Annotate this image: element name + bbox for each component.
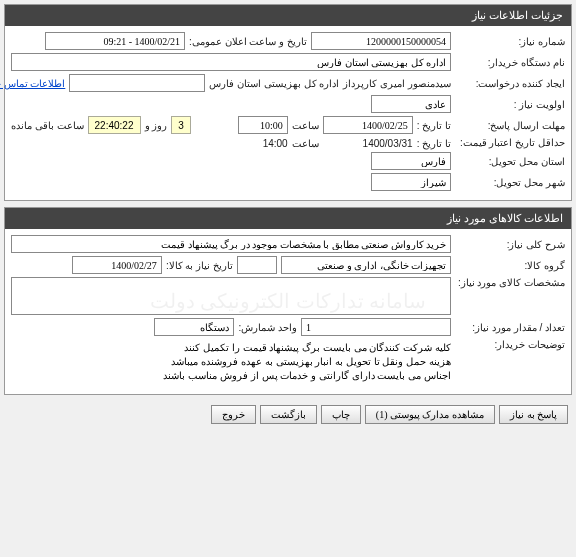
buyer-notes-line3: اجناس می بایست دارای گارانتی و خدمات پس …	[163, 369, 451, 383]
time-label-1: ساعت	[292, 120, 319, 131]
creator-label: ایجاد کننده درخواست:	[455, 78, 565, 89]
need-date-input[interactable]	[72, 256, 162, 274]
province-label: استان محل تحویل:	[455, 156, 565, 167]
public-time-input[interactable]	[45, 32, 185, 50]
qty-input[interactable]	[301, 318, 451, 336]
need-info-section: جزئیات اطلاعات نیاز شماره نیاز: تاریخ و …	[4, 4, 572, 201]
to-date-label: تا تاریخ :	[417, 120, 451, 131]
spec-textarea[interactable]	[11, 277, 451, 315]
min-valid-label: حداقل تاریخ اعتبار قیمت:	[455, 137, 565, 149]
qty-label: تعداد / مقدار مورد نیاز:	[455, 322, 565, 333]
creator-name: سیدمنصور امیری کارپرداز	[343, 78, 451, 89]
unit-input[interactable]	[154, 318, 234, 336]
buyer-notes-label: توضیحات خریدار:	[455, 339, 565, 350]
buyer-notes-line2: هزینه حمل ونقل تا تحویل به انبار بهزیستی…	[163, 355, 451, 369]
remain-label: ساعت باقی مانده	[11, 120, 84, 131]
min-valid-to-label: تا تاریخ :	[417, 138, 451, 149]
buyer-label: نام دستگاه خریدار:	[455, 57, 565, 68]
group-code-input[interactable]	[237, 256, 277, 274]
buyer-notes-line1: کلیه شرکت کنندگان می بایست برگ پیشنهاد ق…	[163, 341, 451, 355]
deadline-label: مهلت ارسال پاسخ:	[455, 120, 565, 131]
group-label: گروه کالا:	[455, 260, 565, 271]
respond-button[interactable]: پاسخ به نیاز	[499, 405, 568, 424]
unit-label: واحد شمارش:	[238, 322, 297, 333]
time-label-2: ساعت	[292, 138, 319, 149]
desc-label: شرح کلی نیاز:	[455, 239, 565, 250]
min-valid-time: 14:00	[238, 138, 288, 149]
city-input[interactable]	[371, 173, 451, 191]
goods-info-header: اطلاعات کالاهای مورد نیاز	[5, 208, 571, 229]
buyer-input[interactable]	[11, 53, 451, 71]
creator-extra-input[interactable]	[69, 74, 205, 92]
to-time-input[interactable]	[238, 116, 288, 134]
attachments-button[interactable]: مشاهده مدارک پیوستی (1)	[365, 405, 495, 424]
public-time-label: تاریخ و ساعت اعلان عمومی:	[189, 36, 307, 47]
contact-link[interactable]: اطلاعات تماس خریدار	[0, 78, 65, 89]
to-date-input[interactable]	[323, 116, 413, 134]
goods-info-section: اطلاعات کالاهای مورد نیاز شرح کلی نیاز: …	[4, 207, 572, 395]
button-row: پاسخ به نیاز مشاهده مدارک پیوستی (1) چاپ…	[4, 401, 572, 428]
need-date-label: تاریخ نیاز به کالا:	[166, 260, 233, 271]
need-number-label: شماره نیاز:	[455, 36, 565, 47]
buyer-notes-text: کلیه شرکت کنندگان می بایست برگ پیشنهاد ق…	[163, 339, 451, 385]
need-info-header: جزئیات اطلاعات نیاز	[5, 5, 571, 26]
province-input[interactable]	[371, 152, 451, 170]
print-button[interactable]: چاپ	[321, 405, 361, 424]
min-valid-date: 1400/03/31	[323, 138, 413, 149]
priority-label: اولویت نیاز :	[455, 99, 565, 110]
days-label: روز و	[145, 120, 168, 131]
priority-input[interactable]	[371, 95, 451, 113]
exit-button[interactable]: خروج	[211, 405, 256, 424]
days-remaining: 3	[171, 116, 191, 134]
back-button[interactable]: بازگشت	[260, 405, 317, 424]
desc-input[interactable]	[11, 235, 451, 253]
spec-label: مشخصات کالای مورد نیاز:	[455, 277, 565, 288]
need-number-input[interactable]	[311, 32, 451, 50]
group-input[interactable]	[281, 256, 451, 274]
time-remaining: 22:40:22	[88, 116, 141, 134]
city-label: شهر محل تحویل:	[455, 177, 565, 188]
creator-org: اداره کل بهزیستی استان فارس	[209, 78, 339, 89]
